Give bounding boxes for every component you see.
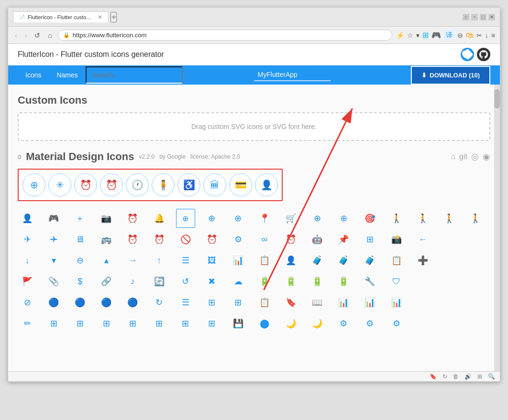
grid-icon[interactable]: ∞ <box>255 230 274 249</box>
grid-icon[interactable]: ✖ <box>202 272 221 291</box>
grid-icon[interactable]: ☁ <box>229 272 248 291</box>
grid-icon[interactable]: ⚙ <box>360 314 379 333</box>
grid-icon[interactable]: 📌 <box>334 230 353 249</box>
maximize-btn[interactable]: □ <box>480 14 486 21</box>
selected-icon-9[interactable]: 👤 <box>255 173 278 196</box>
grid-icon[interactable]: 🔋 <box>334 272 353 291</box>
grid-icon[interactable]: ✈ <box>18 230 37 249</box>
drag-drop-area[interactable]: Drag custom SVG icons or SVG font here. <box>18 112 490 141</box>
grid-icon[interactable]: 👤 <box>18 209 37 228</box>
reload-button[interactable]: ↺ <box>33 31 42 40</box>
search-input[interactable] <box>86 66 183 84</box>
grid-icon[interactable]: 🛒 <box>281 209 300 228</box>
grid-icon[interactable] <box>413 293 432 312</box>
download-button[interactable]: ⬇ DOWNLOAD (10) <box>411 66 490 85</box>
grid-icon[interactable]: ⊕ <box>229 209 248 228</box>
grid-icon[interactable] <box>466 293 485 312</box>
status-windows[interactable]: ⊞ <box>477 373 482 380</box>
select-all-icon[interactable]: ◎ <box>471 151 479 162</box>
grid-icon[interactable]: 💾 <box>229 314 248 333</box>
grid-icon[interactable]: 🖥 <box>70 230 89 249</box>
grid-icon[interactable]: ⊕ <box>308 209 327 228</box>
grid-icon[interactable] <box>440 230 459 249</box>
new-tab-button[interactable]: + <box>110 12 117 22</box>
status-trash[interactable]: 🗑 <box>453 373 459 380</box>
minimize-btn[interactable]: − <box>471 14 478 21</box>
grid-icon[interactable]: 🔵 <box>70 293 89 312</box>
grid-icon[interactable]: 📋 <box>255 293 274 312</box>
grid-icon[interactable]: ⊞ <box>97 314 116 333</box>
grid-icon[interactable]: 📋 <box>255 251 274 270</box>
grid-icon[interactable]: ⊞ <box>202 314 221 333</box>
grid-icon[interactable] <box>440 314 459 333</box>
grid-icon[interactable]: ⊕ <box>202 209 221 228</box>
home-button[interactable]: ⌂ <box>46 31 54 40</box>
grid-icon[interactable]: ⊞ <box>360 230 379 249</box>
grid-icon[interactable]: ↑ <box>150 251 169 270</box>
grid-icon[interactable]: ▾ <box>44 251 63 270</box>
grid-icon[interactable]: 🧳 <box>334 251 353 270</box>
status-rotate[interactable]: ↻ <box>442 373 447 380</box>
forward-button[interactable]: › <box>23 31 29 40</box>
dropdown-icon[interactable]: ▾ <box>416 32 420 39</box>
selected-icon-1[interactable]: ✳ <box>48 173 71 196</box>
grid-icon[interactable]: ⏰ <box>123 230 142 249</box>
grid-icon[interactable]: ⊞ <box>123 314 142 333</box>
selected-icon-3[interactable]: ⏰ <box>100 173 123 196</box>
grid-icon[interactable]: 📊 <box>229 251 248 270</box>
grid-icon[interactable]: ⊞ <box>150 314 169 333</box>
selected-icon-4[interactable]: 🕐 <box>126 173 149 196</box>
grid-icon[interactable]: 🚶 <box>387 209 406 228</box>
grid-icon[interactable]: 🎯 <box>360 209 379 228</box>
deselect-icon[interactable]: ◉ <box>483 151 490 162</box>
grid-icon[interactable]: 🔄 <box>150 272 169 291</box>
grid-icon[interactable]: ⊕ <box>176 209 195 228</box>
download-icon[interactable]: ↓ <box>485 32 488 39</box>
grid-icon[interactable]: ⚙ <box>229 230 248 249</box>
grid-icon[interactable]: ⏰ <box>150 230 169 249</box>
app-name-input[interactable] <box>254 69 331 81</box>
grid-icon[interactable]: ⬤ <box>255 314 274 333</box>
grid-icon[interactable]: 👤 <box>281 251 300 270</box>
grid-icon[interactable]: ⊕ <box>334 209 353 228</box>
grid-icon[interactable]: 🚩 <box>18 272 37 291</box>
grid-icon[interactable]: 🧳 <box>360 251 379 270</box>
selected-icon-0[interactable]: ⊕ <box>22 173 45 196</box>
github-icon[interactable] <box>477 48 490 61</box>
grid-icon[interactable]: ♪ <box>123 272 142 291</box>
home-meta-icon[interactable]: ⌂ <box>451 152 455 161</box>
grid-icon[interactable] <box>413 314 432 333</box>
grid-icon[interactable]: 🚶 <box>440 209 459 228</box>
selected-icon-8[interactable]: 💳 <box>229 173 252 196</box>
grid-icon[interactable]: ▴ <box>97 251 116 270</box>
grid-icon[interactable]: 🔵 <box>123 293 142 312</box>
grid-icon[interactable] <box>466 230 485 249</box>
grid-icon[interactable]: → <box>123 251 142 270</box>
grid-icon[interactable]: ⊞ <box>202 293 221 312</box>
browser-tab[interactable]: 📄 FlutterIcon - Flutter custom ic... ✕ <box>13 11 109 22</box>
grid-icon[interactable]: 🔋 <box>255 272 274 291</box>
grid-icon[interactable]: 🔋 <box>281 272 300 291</box>
scrollbar[interactable] <box>494 85 500 371</box>
grid-icon[interactable]: ➕ <box>413 251 432 270</box>
grid-icon[interactable]: ↓ <box>18 251 37 270</box>
nav-names[interactable]: Names <box>49 65 85 85</box>
grid-icon[interactable]: 📸 <box>387 230 406 249</box>
grid-icon[interactable]: ⊘ <box>18 293 37 312</box>
grid-icon[interactable]: 📊 <box>387 293 406 312</box>
grid-icon[interactable] <box>440 251 459 270</box>
back-button[interactable]: ‹ <box>13 31 19 40</box>
selected-icon-6[interactable]: ♿ <box>177 173 200 196</box>
grid-icon[interactable]: 🔵 <box>97 293 116 312</box>
git-meta-icon[interactable]: git <box>459 152 467 161</box>
grid-icon[interactable]: 🔧 <box>360 272 379 291</box>
grid-icon[interactable]: 🔔 <box>150 209 169 228</box>
grid-icon[interactable]: ⏰ <box>281 230 300 249</box>
grid-icon[interactable]: ⏰ <box>202 230 221 249</box>
grid-icon[interactable]: 🛡 <box>387 272 406 291</box>
grid-icon[interactable] <box>466 272 485 291</box>
grid-icon[interactable]: 🌙 <box>281 314 300 333</box>
grid-icon[interactable]: 📊 <box>360 293 379 312</box>
grid-icon[interactable]: 🌙 <box>308 314 327 333</box>
tab-close-icon[interactable]: ✕ <box>98 14 102 21</box>
